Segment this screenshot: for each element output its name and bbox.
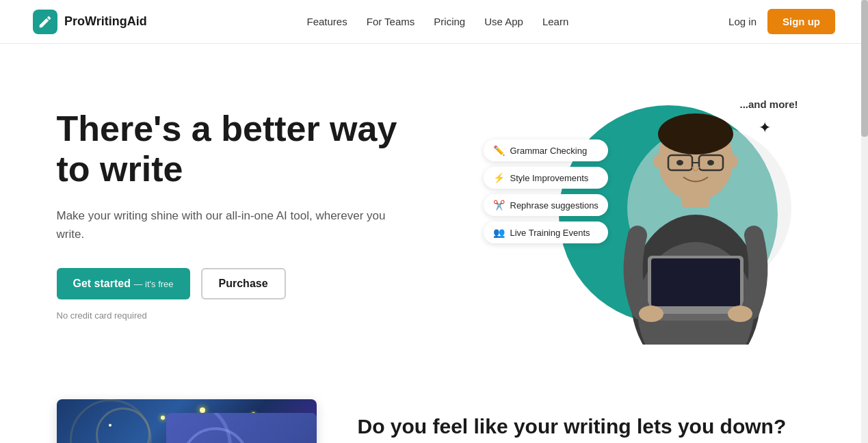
hero-left: There's a better way to write Make your … — [57, 109, 412, 321]
svg-point-10 — [676, 160, 683, 165]
signup-button[interactable]: Sign up — [767, 9, 835, 34]
pill-training: 👥 Live Training Events — [484, 222, 608, 243]
person-illustration — [607, 85, 785, 345]
logo[interactable]: ProWritingAid — [33, 10, 147, 34]
hero-title: There's a better way to write — [57, 109, 412, 191]
training-icon: 👥 — [493, 227, 505, 238]
section-two-title: Do you feel like your writing lets you d… — [358, 413, 812, 440]
pill-rephrase: ✂️ Rephrase suggestions — [484, 194, 608, 216]
section-two-right: Do you feel like your writing lets you d… — [358, 399, 812, 443]
svg-point-6 — [727, 155, 738, 168]
main-nav: Features For Teams Pricing Use App Learn — [307, 16, 569, 27]
scrollbar-thumb[interactable] — [861, 0, 868, 137]
more-label: ...and more! — [739, 98, 798, 110]
no-credit-text: No credit card required — [57, 310, 412, 321]
logo-text: ProWritingAid — [64, 14, 147, 29]
section-two: My idea in my head Do you feel like your… — [57, 372, 812, 443]
grammar-icon: ✏️ — [493, 145, 505, 156]
nav-item-use-app[interactable]: Use App — [484, 16, 523, 27]
header: ProWritingAid Features For Teams Pricing… — [0, 0, 868, 44]
hero-buttons: Get started — it's free Purchase — [57, 268, 412, 299]
svg-point-4 — [658, 113, 733, 155]
svg-point-5 — [653, 155, 664, 168]
style-icon: ⚡ — [493, 172, 505, 183]
pill-grammar: ✏️ Grammar Checking — [484, 139, 608, 161]
rephrase-icon: ✂️ — [493, 200, 505, 211]
logo-icon — [33, 10, 57, 34]
purchase-button[interactable]: Purchase — [201, 268, 286, 299]
nav-actions: Log in Sign up — [728, 9, 835, 34]
hero-section: There's a better way to write Make your … — [57, 44, 812, 372]
page-scrollbar[interactable] — [861, 0, 868, 443]
nav-item-pricing[interactable]: Pricing — [434, 16, 465, 27]
get-started-button[interactable]: Get started — it's free — [57, 268, 190, 299]
section-two-left: My idea in my head — [57, 399, 317, 443]
svg-rect-13 — [651, 258, 740, 306]
sparkle-icon: ✦ — [759, 119, 771, 137]
hero-illustration: ✏️ Grammar Checking ⚡ Style Improvements… — [484, 85, 812, 345]
login-button[interactable]: Log in — [728, 16, 757, 27]
nav-item-features[interactable]: Features — [307, 16, 347, 27]
pill-style: ⚡ Style Improvements — [484, 167, 608, 189]
hero-subtitle: Make your writing shine with our all-in-… — [57, 206, 412, 243]
overlay-card — [166, 413, 317, 443]
feature-pills: ✏️ Grammar Checking ⚡ Style Improvements… — [484, 139, 608, 243]
svg-point-16 — [728, 306, 752, 322]
nav-item-teams[interactable]: For Teams — [367, 16, 415, 27]
nav-item-learn[interactable]: Learn — [542, 16, 568, 27]
svg-point-11 — [707, 160, 714, 165]
starry-night-image: My idea in my head — [57, 399, 317, 443]
svg-point-15 — [639, 306, 663, 322]
